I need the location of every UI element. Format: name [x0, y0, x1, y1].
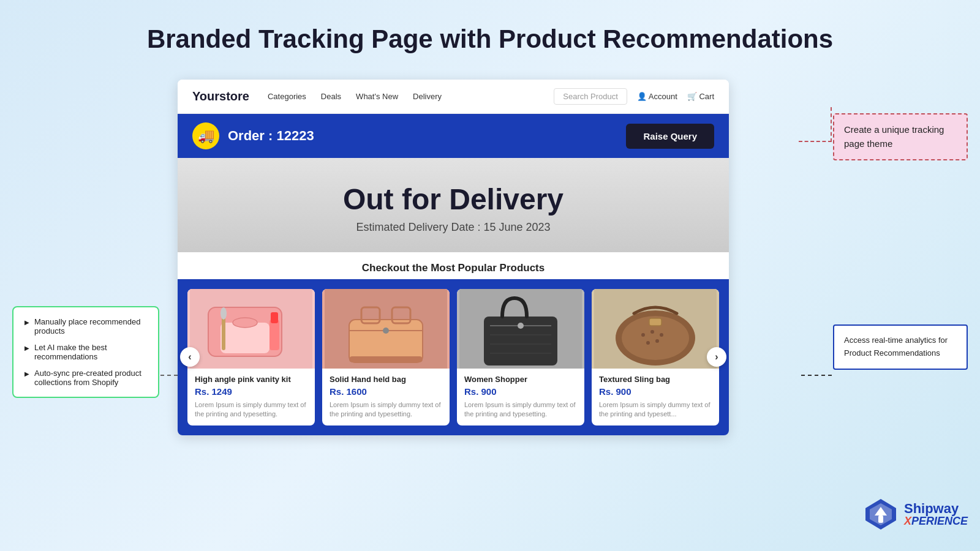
- svg-rect-5: [271, 312, 278, 323]
- dashed-line-right-top-v: [831, 107, 832, 142]
- svg-rect-14: [349, 356, 423, 362]
- cart-link[interactable]: 🛒 Cart: [687, 92, 714, 101]
- dashed-line-left: [160, 375, 178, 376]
- bullet-icon-3: ▶: [24, 370, 29, 377]
- svg-point-25: [641, 333, 645, 337]
- product-desc-1: Lorem Ipsum is simply dummy text of the …: [195, 400, 307, 419]
- svg-point-13: [383, 328, 389, 334]
- product-info-1: High angle pink vanity kit Rs. 1249 Lore…: [187, 369, 315, 425]
- account-link[interactable]: 👤 Account: [637, 92, 677, 101]
- nav-deals[interactable]: Deals: [321, 92, 341, 101]
- product-price-4: Rs. 900: [599, 386, 712, 397]
- order-banner: 🚚 Order : 12223 Raise Query: [178, 114, 729, 158]
- delivery-status-area: Out for Delivery Estimated Delivery Date…: [178, 158, 729, 252]
- product-name-4: Textured Sling bag: [599, 375, 712, 384]
- store-nav-links: Categories Deals What's New Delivery Sea…: [268, 88, 627, 105]
- svg-rect-4: [270, 320, 279, 350]
- product-image-3: [457, 289, 584, 369]
- product-price-1: Rs. 1249: [195, 386, 307, 397]
- shipway-brand-text: Shipway XPERIENCE: [904, 502, 968, 527]
- order-number: Order : 12223: [228, 128, 314, 144]
- nav-whats-new[interactable]: What's New: [356, 92, 398, 101]
- raise-query-button[interactable]: Raise Query: [626, 124, 714, 149]
- annotation-text-2: Let AI make the best recommendations: [34, 343, 147, 361]
- bullet-icon-1: ▶: [24, 319, 29, 326]
- products-carousel-wrapper: ‹: [178, 279, 729, 435]
- svg-point-26: [650, 330, 654, 334]
- store-logo: Yourstore: [192, 89, 249, 103]
- svg-rect-30: [649, 318, 662, 326]
- dashed-line-right-top-h: [799, 141, 832, 142]
- svg-point-27: [660, 333, 663, 337]
- svg-point-7: [221, 307, 227, 320]
- shipway-perience: PERIENCE: [911, 515, 968, 527]
- products-carousel: High angle pink vanity kit Rs. 1249 Lore…: [187, 289, 719, 425]
- product-name-2: Solid Hand held bag: [330, 375, 442, 384]
- product-card-3[interactable]: Women Shopper Rs. 900 Lorem Ipsum is sim…: [457, 289, 584, 425]
- svg-point-18: [518, 323, 524, 329]
- product-image-1: [187, 289, 315, 369]
- annotation-item-1: ▶ Manually place recommended products: [24, 317, 147, 335]
- shipway-name: Shipway: [904, 502, 968, 515]
- shipway-sub: XPERIENCE: [904, 515, 968, 527]
- product-info-3: Women Shopper Rs. 900 Lorem Ipsum is sim…: [457, 369, 584, 425]
- order-delivery-icon: 🚚: [192, 122, 219, 149]
- annotation-text-3: Auto-sync pre-created product collection…: [34, 369, 147, 387]
- shipway-logo: Shipway XPERIENCE: [862, 496, 968, 533]
- product-price-2: Rs. 1600: [330, 386, 442, 397]
- svg-rect-9: [349, 320, 423, 362]
- page-main-title: Branded Tracking Page with Product Recom…: [0, 0, 980, 66]
- nav-delivery[interactable]: Delivery: [413, 92, 442, 101]
- product-card-4[interactable]: Textured Sling bag Rs. 900 Lorem Ipsum i…: [592, 289, 719, 425]
- bullet-icon-2: ▶: [24, 345, 29, 351]
- nav-categories[interactable]: Categories: [268, 92, 306, 101]
- svg-rect-34: [878, 515, 883, 523]
- order-banner-left: 🚚 Order : 12223: [192, 122, 314, 149]
- store-mockup: Yourstore Categories Deals What's New De…: [178, 80, 729, 435]
- product-card-1[interactable]: High angle pink vanity kit Rs. 1249 Lore…: [187, 289, 315, 425]
- product-name-1: High angle pink vanity kit: [195, 375, 307, 384]
- search-product-input[interactable]: Search Product: [554, 88, 627, 105]
- dashed-line-right-bottom: [801, 375, 832, 376]
- product-card-2[interactable]: Solid Hand held bag Rs. 1600 Lorem Ipsum…: [322, 289, 450, 425]
- delivery-estimated-date: Estimated Delivery Date : 15 June 2023: [356, 221, 550, 234]
- carousel-next-button[interactable]: ›: [707, 347, 726, 367]
- shipway-icon-svg: [862, 496, 899, 533]
- product-desc-3: Lorem Ipsum is simply dummy text of the …: [464, 400, 577, 419]
- store-nav: Yourstore Categories Deals What's New De…: [178, 80, 729, 114]
- right-annotation-create-tracking: Create a unique tracking page theme: [833, 113, 968, 160]
- svg-point-3: [233, 318, 257, 328]
- annotation-item-3: ▶ Auto-sync pre-created product collecti…: [24, 369, 147, 387]
- carousel-prev-button[interactable]: ‹: [180, 347, 200, 367]
- product-image-4: [592, 289, 719, 369]
- right-annotation-analytics: Access real-time analytics for Product R…: [833, 324, 968, 370]
- product-desc-4: Lorem Ipsum is simply dummy text of the …: [599, 400, 712, 419]
- delivery-status-title: Out for Delivery: [343, 182, 564, 216]
- svg-point-29: [655, 339, 659, 343]
- product-name-3: Women Shopper: [464, 375, 577, 384]
- product-desc-2: Lorem Ipsum is simply dummy text of the …: [330, 400, 442, 419]
- nav-right: 👤 Account 🛒 Cart: [637, 92, 714, 101]
- svg-point-28: [646, 341, 650, 345]
- product-info-2: Solid Hand held bag Rs. 1600 Lorem Ipsum…: [322, 369, 450, 425]
- shipway-x: X: [904, 515, 911, 527]
- product-image-2: [322, 289, 450, 369]
- left-annotation-box: ▶ Manually place recommended products ▶ …: [12, 306, 159, 398]
- annotation-item-2: ▶ Let AI make the best recommendations: [24, 343, 147, 361]
- product-price-3: Rs. 900: [464, 386, 577, 397]
- popular-products-heading: Checkout the Most Popular Products: [178, 252, 729, 279]
- product-info-4: Textured Sling bag Rs. 900 Lorem Ipsum i…: [592, 369, 719, 425]
- annotation-text-1: Manually place recommended products: [34, 317, 147, 335]
